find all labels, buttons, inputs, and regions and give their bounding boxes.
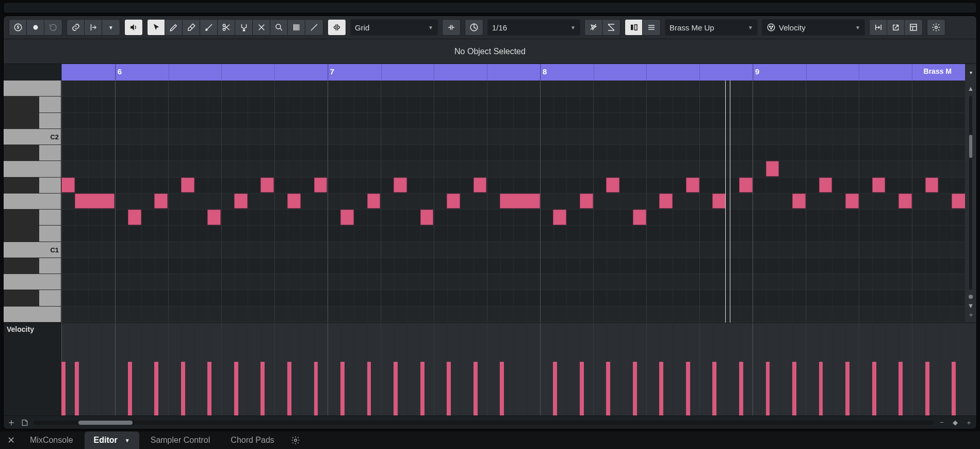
horizontal-scrollbar[interactable] [34, 421, 933, 425]
midi-note[interactable] [500, 194, 540, 209]
velocity-bar[interactable] [766, 362, 770, 415]
midi-note[interactable] [447, 194, 460, 209]
piano-key[interactable] [4, 307, 61, 323]
velocity-bar[interactable] [899, 362, 903, 415]
piano-key[interactable] [4, 226, 61, 242]
velocity-bar[interactable] [287, 362, 291, 415]
midi-note[interactable] [260, 178, 274, 193]
open-in-window-button[interactable] [887, 20, 905, 35]
midi-note[interactable] [792, 194, 806, 209]
velocity-bar[interactable] [553, 362, 557, 415]
velocity-bar[interactable] [314, 362, 318, 415]
velocity-bar[interactable] [260, 362, 265, 415]
midi-note[interactable] [340, 210, 354, 224]
tab-mixconsole[interactable]: MixConsole [21, 431, 83, 449]
zoom-tool-button[interactable] [270, 20, 288, 35]
midi-note[interactable] [207, 210, 221, 224]
velocity-area[interactable] [61, 323, 965, 415]
tab-editor[interactable]: Editor▼ [85, 431, 139, 449]
link-editors-button[interactable] [67, 20, 85, 35]
tab-chord-pads[interactable]: Chord Pads [221, 431, 284, 449]
midi-note[interactable] [181, 178, 194, 193]
midi-note[interactable] [128, 210, 141, 224]
velocity-bar[interactable] [580, 362, 584, 415]
tabs-settings-button[interactable] [291, 436, 300, 445]
midi-note[interactable] [606, 178, 619, 193]
midi-note[interactable] [473, 178, 487, 193]
piano-keyboard[interactable]: C2C1 [4, 81, 61, 323]
note-grid[interactable] [61, 81, 965, 323]
trim-tool-button[interactable] [200, 20, 218, 35]
event-color-dropdown[interactable]: Velocity ▼ [762, 19, 865, 36]
velocity-bar[interactable] [686, 362, 690, 415]
velocity-bar[interactable] [845, 362, 850, 415]
midi-note[interactable] [766, 161, 779, 176]
piano-key[interactable] [4, 178, 61, 194]
piano-key[interactable] [4, 97, 61, 113]
midi-note[interactable] [819, 178, 832, 193]
velocity-bar[interactable] [659, 362, 663, 415]
velocity-bar[interactable] [207, 362, 211, 415]
velocity-bar[interactable] [181, 362, 185, 415]
velocity-bar[interactable] [367, 362, 371, 415]
velocity-bar[interactable] [500, 362, 504, 415]
midi-note[interactable] [686, 178, 699, 193]
piano-key[interactable]: C2 [4, 129, 61, 145]
velocity-bar[interactable] [61, 362, 66, 415]
draw-tool-button[interactable] [165, 20, 183, 35]
setup-window-layout-button[interactable] [905, 20, 922, 35]
piano-key[interactable] [4, 145, 61, 161]
controller-lane-preset-button[interactable] [20, 418, 29, 427]
piano-key[interactable] [4, 81, 61, 97]
erase-tool-button[interactable] [183, 20, 200, 35]
line-tool-button[interactable] [305, 20, 323, 35]
step-input-button[interactable] [870, 20, 887, 35]
iterative-quantize-button[interactable] [585, 20, 602, 35]
midi-note[interactable] [872, 178, 886, 193]
show-part-borders-button[interactable] [625, 20, 643, 35]
midi-note[interactable] [899, 194, 912, 209]
midi-note[interactable] [659, 194, 673, 209]
midi-note[interactable] [739, 178, 753, 193]
snap-type-dropdown[interactable]: Grid ▼ [350, 19, 438, 36]
midi-note[interactable] [553, 210, 566, 224]
close-lower-zone-button[interactable]: ✕ [3, 431, 19, 449]
midi-note[interactable] [952, 194, 965, 209]
velocity-bar[interactable] [340, 362, 345, 415]
ruler-menu-button[interactable]: ▾ [965, 64, 976, 81]
velocity-bar[interactable] [925, 362, 929, 415]
selection-tool-button[interactable] [148, 20, 165, 35]
zoom-slider-handle[interactable]: ◆ [951, 418, 960, 427]
velocity-bar[interactable] [447, 362, 451, 415]
zoom-in-horizontal-button[interactable]: ＋ [964, 418, 973, 427]
split-tool-button[interactable] [218, 20, 235, 35]
velocity-bar[interactable] [792, 362, 796, 415]
snap-on-off-button[interactable] [328, 20, 346, 35]
zoom-handle[interactable] [969, 295, 973, 299]
mute-tool-button[interactable] [253, 20, 270, 35]
midi-note[interactable] [154, 194, 168, 209]
piano-key[interactable] [4, 194, 61, 210]
midi-note[interactable] [712, 194, 726, 209]
piano-key[interactable] [4, 161, 61, 177]
solo-editor-button[interactable] [9, 20, 27, 35]
zoom-in-vertical-icon[interactable]: ▲ [966, 84, 975, 93]
glue-tool-button[interactable] [235, 20, 253, 35]
midi-note[interactable] [394, 178, 407, 193]
auto-scroll-button[interactable] [85, 20, 102, 35]
zoom-add-icon[interactable]: ＋ [966, 310, 975, 319]
tab-sampler-control[interactable]: Sampler Control [141, 431, 220, 449]
velocity-bar[interactable] [394, 362, 398, 415]
velocity-bar[interactable] [712, 362, 716, 415]
piano-key[interactable] [4, 210, 61, 226]
piano-key[interactable]: C1 [4, 242, 61, 258]
timewarp-tool-button[interactable] [288, 20, 305, 35]
vertical-scrollbar[interactable] [969, 96, 972, 290]
quantize-apply-button[interactable] [465, 20, 483, 35]
velocity-bar[interactable] [952, 362, 956, 415]
active-part-dropdown[interactable]: Brass Me Up ▼ [665, 19, 758, 36]
velocity-bar[interactable] [154, 362, 158, 415]
midi-note[interactable] [633, 210, 646, 224]
quantize-preset-dropdown[interactable]: 1/16 ▼ [487, 19, 580, 36]
zoom-out-horizontal-button[interactable]: − [937, 418, 946, 427]
